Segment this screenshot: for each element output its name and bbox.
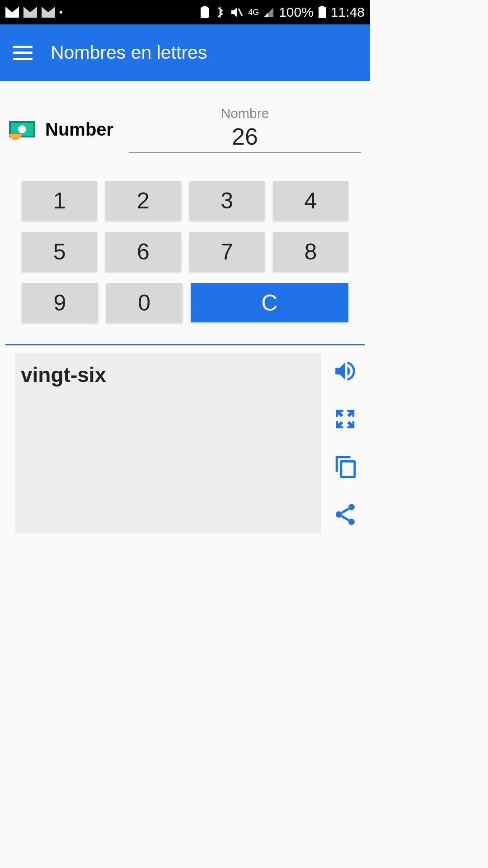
status-bar: 4G 100% 11:48	[0, 0, 370, 24]
key-clear[interactable]: C	[191, 283, 348, 322]
battery-icon	[318, 6, 326, 19]
key-3[interactable]: 3	[189, 181, 265, 220]
svg-line-10	[342, 516, 349, 520]
speak-button[interactable]	[332, 358, 358, 386]
key-8[interactable]: 8	[273, 232, 348, 271]
network-type: 4G	[248, 8, 259, 16]
number-label: Number	[45, 119, 113, 140]
key-1[interactable]: 1	[22, 181, 97, 220]
key-9[interactable]: 9	[22, 283, 98, 322]
clock: 11:48	[331, 5, 365, 20]
key-6[interactable]: 6	[105, 232, 181, 271]
gmail-icon	[42, 7, 55, 18]
input-placeholder: Nombre	[221, 106, 269, 121]
status-right: 4G 100% 11:48	[199, 5, 365, 20]
key-7[interactable]: 7	[189, 232, 265, 271]
key-0[interactable]: 0	[106, 283, 183, 322]
svg-point-8	[348, 519, 355, 525]
copy-button[interactable]	[333, 454, 358, 481]
svg-line-9	[342, 509, 349, 513]
result-text: vingt-six	[15, 353, 321, 533]
key-4[interactable]: 4	[273, 181, 348, 220]
share-button[interactable]	[333, 502, 358, 529]
mute-icon	[230, 6, 244, 19]
money-icon	[9, 121, 35, 137]
fullscreen-button[interactable]	[333, 407, 357, 433]
signal-icon	[263, 7, 274, 18]
input-row: Number Nombre 26	[0, 81, 370, 171]
keypad: 1 2 3 4 5 6 7 8 9 0 C	[0, 171, 370, 344]
number-label-group: Number	[9, 119, 129, 140]
menu-button[interactable]	[13, 46, 33, 60]
bluetooth-icon	[215, 6, 225, 19]
svg-rect-5	[341, 461, 355, 477]
number-input[interactable]: Nombre 26	[129, 106, 361, 153]
more-notifications-icon	[60, 11, 62, 14]
battery-saver-icon	[199, 6, 210, 19]
key-5[interactable]: 5	[22, 232, 97, 271]
svg-point-7	[336, 511, 342, 518]
svg-point-6	[348, 504, 355, 510]
gmail-icon	[23, 7, 37, 18]
input-value: 26	[232, 123, 258, 150]
status-left	[5, 7, 62, 18]
svg-rect-4	[320, 6, 324, 7]
app-title: Nombres en lettres	[51, 42, 207, 63]
svg-rect-3	[319, 7, 326, 18]
battery-percentage: 100%	[279, 5, 314, 20]
key-2[interactable]: 2	[105, 181, 181, 220]
app-bar: Nombres en lettres	[0, 24, 370, 81]
result-area: vingt-six	[0, 345, 370, 533]
gmail-icon	[5, 7, 19, 18]
svg-rect-1	[203, 6, 206, 8]
svg-line-2	[239, 9, 242, 16]
action-column	[329, 353, 361, 533]
svg-rect-0	[201, 7, 209, 18]
